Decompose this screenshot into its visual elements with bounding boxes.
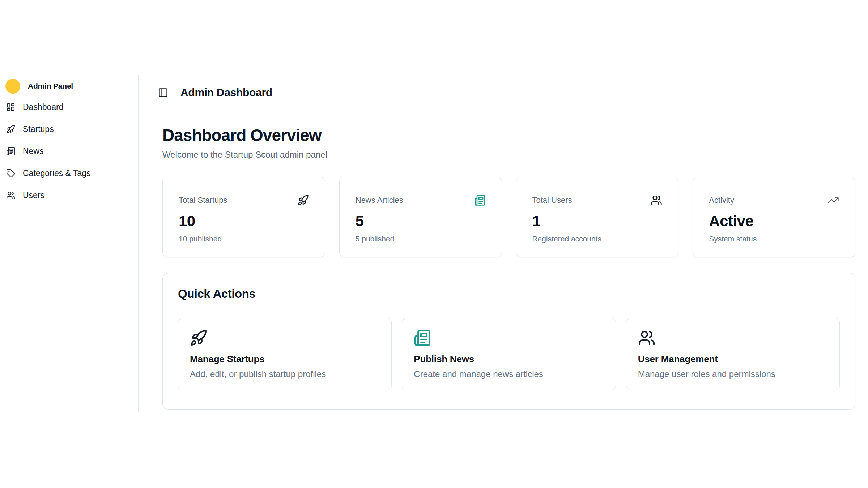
sidebar-item-startups[interactable]: Startups — [5, 120, 133, 138]
sidebar-item-label: Dashboard — [23, 103, 64, 111]
sidebar-item-label: Users — [23, 191, 44, 200]
brand-label: Admin Panel — [28, 82, 73, 90]
tag-icon — [6, 169, 15, 178]
rocket-icon — [190, 329, 207, 347]
stats-grid: Total Startups 10 10 published News Arti… — [162, 177, 855, 257]
users-icon — [6, 191, 15, 200]
rocket-icon — [6, 125, 15, 134]
stat-label: News Articles — [356, 196, 403, 205]
quick-actions-title: Quick Actions — [178, 287, 840, 301]
stat-card-activity: Activity Active System status — [693, 177, 855, 257]
action-card-publish-news[interactable]: Publish News Create and manage news arti… — [402, 318, 616, 390]
quick-actions-panel: Quick Actions Manage Startups Add, edit,… — [162, 273, 855, 410]
users-icon — [638, 329, 655, 347]
action-card-user-management[interactable]: User Management Manage user roles and pe… — [626, 318, 840, 390]
stat-sub: System status — [709, 235, 839, 243]
top-header: Admin Dashboard — [149, 75, 868, 110]
stat-value: Active — [709, 214, 839, 229]
stat-sub: 5 published — [356, 235, 486, 243]
trending-up-icon — [827, 194, 839, 206]
stat-sub: Registered accounts — [532, 235, 663, 243]
brand: Admin Panel — [5, 78, 133, 94]
sidebar-nav: Dashboard Startups News Categories & Tag… — [5, 98, 133, 205]
action-description: Add, edit, or publish startup profiles — [190, 369, 380, 379]
action-title: Manage Startups — [190, 354, 380, 364]
stat-sub: 10 published — [179, 235, 309, 243]
panel-left-icon[interactable] — [158, 87, 168, 98]
action-title: User Management — [638, 354, 828, 364]
stat-label: Activity — [709, 196, 734, 205]
quick-actions-grid: Manage Startups Add, edit, or publish st… — [178, 318, 840, 390]
action-card-manage-startups[interactable]: Manage Startups Add, edit, or publish st… — [178, 318, 392, 390]
stat-card-news-articles: News Articles 5 5 published — [339, 177, 502, 257]
action-description: Manage user roles and permissions — [638, 369, 828, 379]
overview-subtitle: Welcome to the Startup Scout admin panel — [162, 150, 855, 159]
users-icon — [651, 194, 662, 206]
stat-value: 5 — [356, 214, 486, 229]
newspaper-icon — [474, 194, 486, 206]
sidebar: Admin Panel Dashboard Startups News Cate… — [0, 75, 139, 412]
sidebar-item-news[interactable]: News — [5, 142, 133, 160]
page-title: Admin Dashboard — [180, 86, 272, 99]
stat-value: 10 — [179, 214, 309, 229]
admin-app: Admin Panel Dashboard Startups News Cate… — [0, 75, 868, 412]
stat-label: Total Users — [532, 196, 572, 205]
stat-card-total-users: Total Users 1 Registered accounts — [516, 177, 679, 257]
stat-label: Total Startups — [179, 196, 227, 205]
sidebar-item-label: Categories & Tags — [23, 169, 91, 177]
action-title: Publish News — [414, 354, 604, 364]
sidebar-item-label: Startups — [23, 125, 54, 133]
sidebar-item-label: News — [23, 147, 44, 155]
sidebar-item-categories-tags[interactable]: Categories & Tags — [5, 164, 133, 183]
sidebar-item-dashboard[interactable]: Dashboard — [5, 98, 133, 116]
stat-card-total-startups: Total Startups 10 10 published — [162, 177, 325, 257]
main-area: Admin Dashboard Dashboard Overview Welco… — [139, 75, 868, 412]
stat-value: 1 — [532, 214, 663, 229]
overview-title: Dashboard Overview — [162, 127, 855, 144]
sidebar-item-users[interactable]: Users — [5, 186, 133, 205]
newspaper-icon — [414, 329, 431, 347]
action-description: Create and manage news articles — [414, 369, 604, 379]
rocket-icon — [297, 194, 309, 206]
newspaper-icon — [6, 147, 15, 156]
brand-logo — [5, 79, 20, 94]
dashboard-content: Dashboard Overview Welcome to the Startu… — [139, 110, 868, 410]
layout-dashboard-icon — [6, 103, 15, 112]
